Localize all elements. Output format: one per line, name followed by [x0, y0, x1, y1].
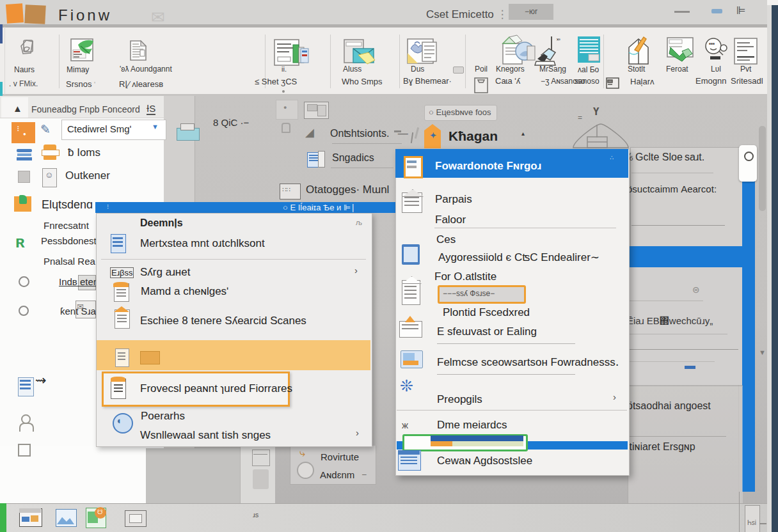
svg-text:˟ʹ: ˟ʹ [557, 37, 560, 45]
svg-text:···: ··· [709, 40, 715, 47]
